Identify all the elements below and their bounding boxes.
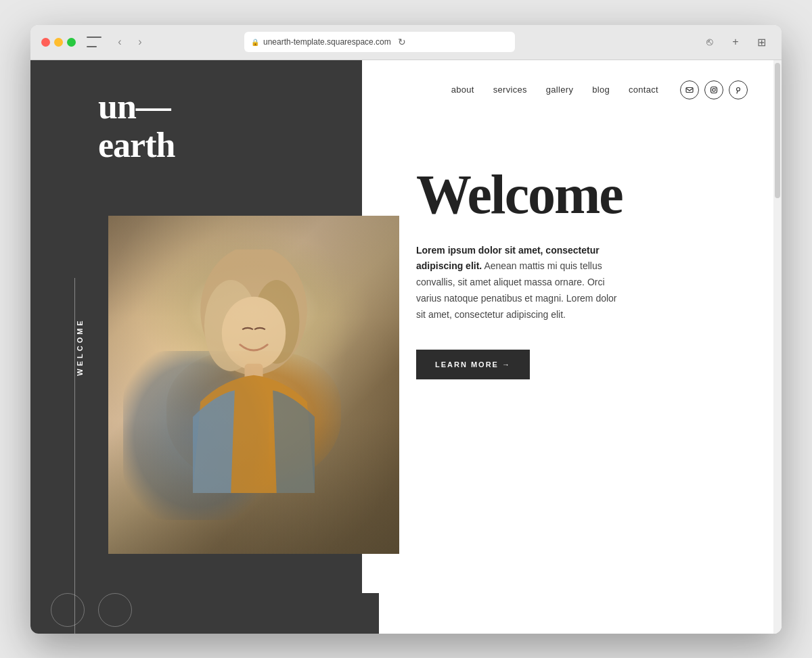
main-content: Welcome Lorem ipsum dolor sit amet, cons… [362,113,782,634]
tab-grid-button[interactable]: ⊞ [752,32,771,51]
toolbar-right: ⎋ + ⊞ [700,32,771,51]
nav-links: about services gallery blog contact [451,85,658,95]
maximize-button[interactable] [67,38,76,47]
email-icon[interactable] [680,80,699,99]
scrollbar-thumb[interactable] [775,63,780,198]
logo-line1: un— [98,87,171,126]
social-icons [680,80,748,99]
lock-icon: 🔒 [251,39,259,46]
bottom-circles-decoration [51,593,132,634]
address-bar[interactable]: 🔒 unearth-template.squarespace.com ↻ [244,32,515,52]
browser-toolbar: ‹ › 🔒 unearth-template.squarespace.com ↻… [30,25,782,60]
right-panel: about services gallery blog contact [362,60,782,634]
browser-window: ‹ › 🔒 unearth-template.squarespace.com ↻… [30,25,782,634]
hero-photo [108,216,399,554]
forward-button[interactable]: › [131,33,149,51]
dark-extension-decoration [108,593,379,634]
nav-blog[interactable]: blog [592,85,610,95]
svg-rect-5 [686,87,693,92]
svg-point-8 [715,87,716,88]
logo: un— earth [98,87,362,164]
svg-point-9 [737,87,740,91]
learn-more-button[interactable]: LEARN MORE → [416,350,530,379]
nav-arrows: ‹ › [111,33,149,51]
left-panel: un— earth WELCOME [30,60,362,634]
vertical-line-decoration [74,278,75,634]
reload-button[interactable]: ↻ [398,37,406,47]
body-text: Lorem ipsum dolor sit amet, consectetur … [416,243,619,323]
nav-bar: about services gallery blog contact [362,60,782,113]
close-button[interactable] [41,38,50,47]
back-button[interactable]: ‹ [111,33,129,51]
svg-point-3 [222,296,286,369]
instagram-icon[interactable] [704,80,723,99]
traffic-lights [41,38,76,47]
website-content: un— earth WELCOME [30,60,782,634]
hero-image [108,216,399,554]
scrollbar[interactable] [773,60,782,634]
nav-services[interactable]: services [493,85,527,95]
nav-gallery[interactable]: gallery [546,85,573,95]
logo-line2: earth [98,126,175,164]
sidebar-toggle-button[interactable] [87,37,102,47]
nav-about[interactable]: about [451,85,474,95]
welcome-heading: Welcome [416,167,741,222]
new-tab-button[interactable]: + [726,32,745,51]
minimize-button[interactable] [54,38,63,47]
svg-point-7 [713,88,715,91]
circle-2 [98,593,132,627]
nav-contact[interactable]: contact [629,85,658,95]
url-text: unearth-template.squarespace.com [263,37,391,47]
share-button[interactable]: ⎋ [700,32,719,51]
welcome-rotated-label: WELCOME [76,318,84,375]
pinterest-icon[interactable] [729,80,748,99]
circle-1 [51,593,85,627]
logo-area: un— earth [30,60,362,164]
